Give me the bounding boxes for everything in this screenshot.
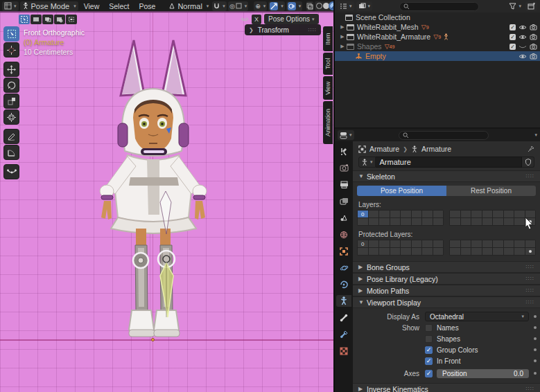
layer-cell[interactable] [390, 218, 401, 225]
xray-toggle[interactable] [306, 1, 313, 11]
layer-cell[interactable] [471, 218, 482, 225]
layer-cell[interactable] [422, 248, 433, 255]
layer-cell[interactable] [461, 218, 471, 225]
animate-dot[interactable] [534, 348, 537, 351]
animate-dot[interactable] [534, 315, 537, 318]
pose-position-button[interactable]: Pose Position [357, 186, 446, 196]
expand-arrow-icon[interactable]: ▶ [339, 34, 346, 39]
display-as-dropdown[interactable]: Octahedral ▾ [425, 312, 529, 321]
panel-header-bone-groups[interactable]: ▶ Bone Groups ∷∷ [353, 261, 540, 273]
tab-tool[interactable] [336, 145, 351, 157]
tab-view-layer[interactable] [336, 195, 351, 207]
panel-header-pose-library[interactable]: ▶ Pose Library (Legacy) ∷∷ [353, 273, 540, 285]
rotate-tool-button[interactable] [3, 78, 19, 93]
protected-grid-right[interactable] [449, 240, 536, 256]
outliner-row-shapes[interactable]: ▶ Shapes ▽49 ✓ [335, 42, 540, 51]
transform-panel-header[interactable]: ❯ Transform ∷∷ [245, 24, 321, 35]
tab-render[interactable] [336, 162, 351, 174]
outliner-row-whiterabbit-mesh[interactable]: ▶ WhiteRabbit_Mesh ▽9 ✓ [335, 22, 540, 32]
layer-cell[interactable] [482, 240, 493, 247]
layer-cell[interactable] [450, 248, 460, 255]
layer-cell[interactable] [412, 240, 422, 247]
panel-header-inverse-kinematics[interactable]: ▶ Inverse Kinematics ∷∷ [353, 383, 540, 392]
animate-dot[interactable] [534, 337, 537, 340]
exclude-checkbox[interactable]: ✓ [509, 24, 516, 30]
scale-tool-button[interactable] [3, 93, 19, 109]
names-checkbox[interactable] [425, 324, 433, 332]
layer-cell[interactable] [461, 240, 471, 247]
layer-cell[interactable] [379, 248, 390, 255]
layer-cell[interactable] [504, 211, 514, 217]
gizmo-dropdown[interactable]: ▾ [268, 1, 285, 11]
layer-cell[interactable]: 0 [358, 211, 368, 217]
layers-grid-left[interactable]: 0 [357, 210, 444, 226]
sidebar-tab-view[interactable]: View [323, 76, 333, 100]
layer-cell[interactable] [482, 248, 493, 255]
viewport-3d[interactable]: X Pose Options ▾ Front Orthographic (0) … [0, 12, 333, 392]
axes-checkbox[interactable]: ✓ [425, 370, 433, 377]
proportional-edit-group[interactable]: ◎ ▾ [228, 1, 248, 11]
hide-eye-closed-icon[interactable] [519, 44, 527, 50]
tab-physics[interactable] [336, 262, 351, 274]
pivot-point-dropdown[interactable]: ⊕ ▾ [254, 1, 267, 11]
outliner-row-whiterabbit-armature[interactable]: ▶ WhiteRabbit_Armature ▽9 ✓ [335, 32, 540, 42]
panel-header-skeleton[interactable]: ▼ Skeleton ∷∷ [353, 170, 540, 182]
tab-output[interactable] [336, 179, 351, 190]
animate-dot[interactable] [534, 359, 537, 362]
layers-grid-right[interactable] [449, 210, 536, 226]
render-camera-icon[interactable] [530, 53, 537, 60]
panel-header-motion-paths[interactable]: ▶ Motion Paths ∷∷ [353, 285, 540, 296]
id-name-field[interactable]: Armature [376, 157, 522, 168]
editor-type-button[interactable]: ▾ [2, 1, 19, 11]
layer-cell[interactable] [461, 211, 471, 217]
render-camera-icon[interactable] [530, 24, 537, 30]
layer-cell[interactable] [504, 248, 514, 255]
breadcrumb-data[interactable]: Armature [421, 145, 451, 153]
layer-cell[interactable] [525, 248, 536, 255]
layer-cell[interactable] [401, 211, 411, 217]
layer-cell[interactable] [433, 248, 444, 255]
id-type-dropdown[interactable]: ▾ [358, 157, 376, 168]
render-camera-icon[interactable] [530, 34, 537, 40]
layer-cell[interactable] [482, 218, 493, 225]
layer-cell[interactable] [471, 248, 482, 255]
layer-cell[interactable] [412, 218, 422, 225]
exclude-checkbox[interactable]: ✓ [509, 34, 516, 40]
mode-dropdown[interactable]: Pose Mode ▾ [20, 1, 78, 11]
layer-cell[interactable] [514, 248, 525, 255]
cursor-tool-button[interactable] [3, 42, 19, 57]
pin-icon[interactable] [528, 145, 534, 152]
fake-user-shield-button[interactable] [522, 157, 534, 168]
exclude-checkbox[interactable]: ✓ [509, 44, 516, 50]
outliner-search-input[interactable] [399, 2, 479, 11]
layer-cell[interactable] [358, 248, 368, 255]
render-camera-icon[interactable] [530, 44, 537, 50]
layer-cell[interactable] [450, 218, 460, 225]
select-lasso-button[interactable] [54, 15, 65, 24]
layer-cell[interactable] [401, 248, 411, 255]
hide-eye-icon[interactable] [519, 53, 527, 60]
layer-cell[interactable] [471, 211, 482, 217]
layer-cell[interactable] [482, 211, 493, 217]
protected-grid-left[interactable]: 0 [357, 240, 444, 256]
outliner-row-empty[interactable]: Empty [335, 51, 540, 61]
group-colors-checkbox[interactable]: ✓ [425, 346, 433, 354]
properties-editor-type-button[interactable]: ▾ [338, 130, 354, 140]
layer-cell[interactable] [379, 211, 390, 217]
tab-object[interactable] [336, 245, 351, 257]
expand-arrow-icon[interactable]: ▶ [339, 24, 346, 30]
pose-breakdowner-tool-button[interactable] [3, 164, 19, 179]
breadcrumb-object[interactable]: Armature [369, 145, 399, 153]
layer-cell[interactable]: 0 [358, 240, 368, 247]
layer-cell[interactable] [369, 218, 379, 225]
select-box-button[interactable] [31, 15, 42, 24]
layer-cell[interactable] [514, 240, 525, 247]
layer-cell[interactable] [514, 218, 525, 225]
layer-cell[interactable] [379, 218, 390, 225]
layer-cell[interactable] [525, 240, 536, 247]
transform-orientation-dropdown[interactable]: Normal ▾ [166, 1, 211, 11]
layer-cell[interactable] [433, 218, 444, 225]
menu-view[interactable]: View [80, 2, 104, 10]
in-front-checkbox[interactable]: ✓ [425, 357, 433, 365]
tab-bone-constraints[interactable] [336, 328, 351, 340]
